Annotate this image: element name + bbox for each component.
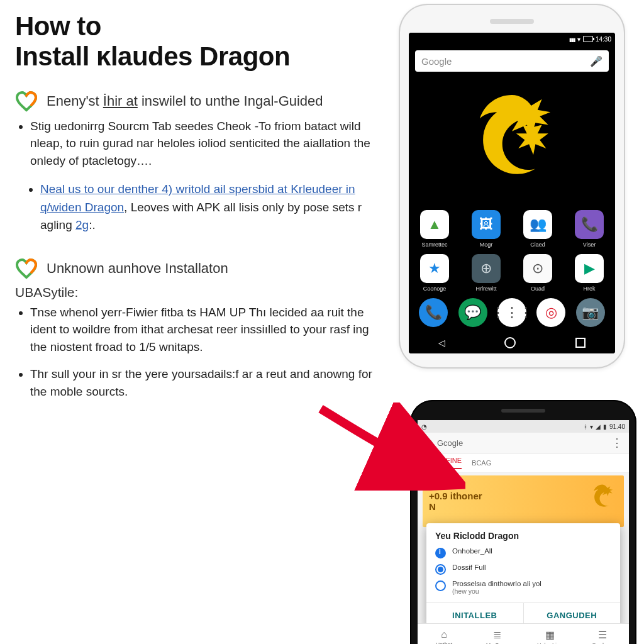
status-bar: ▾ 14:30 — [409, 33, 615, 45]
info-icon — [435, 548, 446, 558]
app-icon: ▲ — [420, 210, 449, 239]
signal-icon — [569, 36, 575, 43]
app-label: Coonoge — [423, 286, 447, 292]
battery-icon — [583, 36, 593, 42]
stopwatch-icon: ◔ — [421, 423, 427, 430]
app-shortcut[interactable]: 🖼Mogr — [467, 210, 506, 248]
dialog-title: Yeu Riclodd Dragon — [435, 531, 611, 541]
app-icon: 📞 — [575, 210, 604, 239]
radio-empty-icon — [435, 580, 446, 591]
app-icon: ⊕ — [472, 254, 501, 283]
dialog-option-3[interactable]: Prosselsıa dinthowrlo ali yol(hew you — [435, 580, 611, 595]
google-search-bar[interactable]: Google 🎤 — [415, 50, 609, 72]
browser-address-bar[interactable]: ◯Gcogle ⋮ — [418, 433, 629, 453]
tray-dialer-icon[interactable]: 📞 — [419, 298, 448, 327]
mic-icon[interactable]: 🎤 — [590, 55, 602, 67]
browser-tabs: LUOE FINE BCAG — [418, 453, 629, 473]
bottom-tab[interactable]: ⌂Hnthnt — [418, 624, 470, 644]
phone-screen: ◔ ᚼ ▾ ◢ ▮ 91.40 ◯Gcogle ⋮ LUOE FINE BCAG… — [418, 420, 629, 644]
phone-speaker — [490, 19, 534, 24]
step2-body2: Thr sull your in sr the yere yoursadails… — [30, 365, 380, 400]
wifi-icon: ▾ — [577, 36, 580, 43]
heart-icon — [15, 90, 38, 113]
step1-heading-link[interactable]: İhir at — [103, 93, 138, 109]
tab-inactive[interactable]: BCAG — [472, 459, 491, 467]
battery-icon: ▮ — [603, 423, 607, 430]
app-shortcut[interactable]: ⊙Ouad — [518, 254, 557, 292]
app-shortcut[interactable]: 📞Viser — [570, 210, 609, 248]
step1-body: Stig uedonirrg Sourcm Tab seedes Cheok -… — [30, 118, 380, 170]
app-shortcut[interactable]: ⊕Hrlrewitt — [467, 254, 506, 292]
site-icon: ◯ — [424, 438, 433, 448]
app-label: Hrek — [583, 286, 595, 292]
tab-active[interactable]: LUOE FINE — [425, 457, 462, 469]
radio-selected-icon — [435, 564, 446, 575]
bluetooth-icon: ᚼ — [584, 423, 587, 430]
app-icon: ⊙ — [523, 254, 552, 283]
page-title: How to Install ĸlaudes Dragon — [15, 11, 380, 72]
phone-top: ▾ 14:30 Google 🎤 ▲Samrettec🖼Mogr👥Ciaed📞V… — [399, 4, 625, 369]
bottom-tab[interactable]: ≣Ms Syos — [470, 624, 523, 644]
bottom-tab-label: Hobe Liss — [537, 642, 562, 645]
bottom-tab[interactable]: ☰Onaluge — [576, 624, 629, 644]
app-icon: 👥 — [523, 210, 552, 239]
nav-back-icon[interactable]: ◁ — [438, 338, 445, 348]
kebab-menu-icon[interactable]: ⋮ — [611, 436, 623, 450]
bottom-tab-label: Onaluge — [592, 642, 613, 645]
tray-chrome-icon[interactable]: ◎ — [536, 298, 565, 327]
promo-banner[interactable]: +0.9 ithoner N — [423, 475, 624, 527]
app-label: Ciaed — [530, 242, 545, 248]
app-label: Mogr — [480, 242, 493, 248]
app-shortcut[interactable]: ▲Samrettec — [415, 210, 454, 248]
bottom-tab-icon: ≣ — [493, 629, 501, 641]
step2-body1: Tnse whenol yerr-Fiwier fitba ts HAM UP … — [30, 304, 380, 356]
address-text: Gcogle — [437, 438, 463, 448]
bottom-tab-icon: ⌂ — [441, 629, 447, 640]
wifi-icon: ▾ — [590, 423, 593, 430]
nav-recent-icon[interactable] — [575, 338, 586, 348]
status-time: 91.40 — [609, 423, 625, 430]
app-icon: ★ — [420, 254, 449, 283]
tray-camera-icon[interactable]: 📷 — [576, 298, 605, 327]
dragon-logo — [409, 72, 615, 204]
step2-header: Unknown aunhove Installaton — [15, 257, 380, 280]
step2-heading: Unknown aunhove Installaton — [47, 260, 228, 277]
heart-icon — [15, 257, 38, 280]
tray-messages-icon[interactable]: 💬 — [458, 298, 487, 327]
step1-heading: Eneny'st İhir at inswilel to unthe Ingal… — [47, 93, 323, 109]
bottom-tab-label: Ms Syos — [486, 642, 508, 645]
dialog-option-1[interactable]: Onhober_All — [435, 547, 611, 558]
app-icon: 🖼 — [472, 210, 501, 239]
app-label: Ouad — [531, 286, 545, 292]
bottom-tab[interactable]: ▦Hobe Liss — [523, 624, 576, 644]
phone-screen: ▾ 14:30 Google 🎤 ▲Samrettec🖼Mogr👥Ciaed📞V… — [409, 33, 615, 353]
nav-home-icon[interactable] — [504, 337, 516, 348]
step1-header: Eneny'st İhir at inswilel to unthe Ingal… — [15, 90, 380, 113]
step2-sublabel: UBASytile: — [15, 285, 380, 300]
phone-bottom: ◔ ᚼ ▾ ◢ ▮ 91.40 ◯Gcogle ⋮ LUOE FINE BCAG… — [410, 400, 636, 644]
status-bar: ◔ ᚼ ▾ ◢ ▮ 91.40 — [418, 420, 629, 433]
app-label: Samrettec — [421, 242, 447, 248]
app-label: Viser — [583, 242, 596, 248]
install-dialog: Yeu Riclodd Dragon Onhober_All Dossif Fu… — [426, 523, 620, 628]
app-shortcut[interactable]: ▶Hrek — [570, 254, 609, 292]
bottom-tab-icon: ☰ — [598, 629, 607, 641]
step1-subpoint: Neal us to our denther 4) writold ail sp… — [40, 180, 380, 235]
app-shortcut[interactable]: 👥Ciaed — [518, 210, 557, 248]
status-time: 14:30 — [596, 36, 611, 43]
android-nav-bar: ◁ — [409, 332, 615, 353]
app-icon: ▶ — [575, 254, 604, 283]
search-placeholder: Google — [421, 56, 452, 67]
bottom-tab-label: Hnthnt — [436, 641, 453, 644]
tray-apps-icon[interactable]: ⋮⋮⋮ — [497, 298, 526, 327]
app-label: Hrlrewitt — [476, 286, 497, 292]
dragon-mini-icon — [585, 479, 620, 514]
phone-speaker — [501, 409, 545, 413]
app-shortcut[interactable]: ★Coonoge — [415, 254, 454, 292]
bottom-tab-icon: ▦ — [545, 629, 555, 641]
signal-icon: ◢ — [596, 423, 601, 430]
dialog-option-2[interactable]: Dossif Full — [435, 564, 611, 575]
subpoint-link-2[interactable]: 2g — [75, 218, 89, 231]
